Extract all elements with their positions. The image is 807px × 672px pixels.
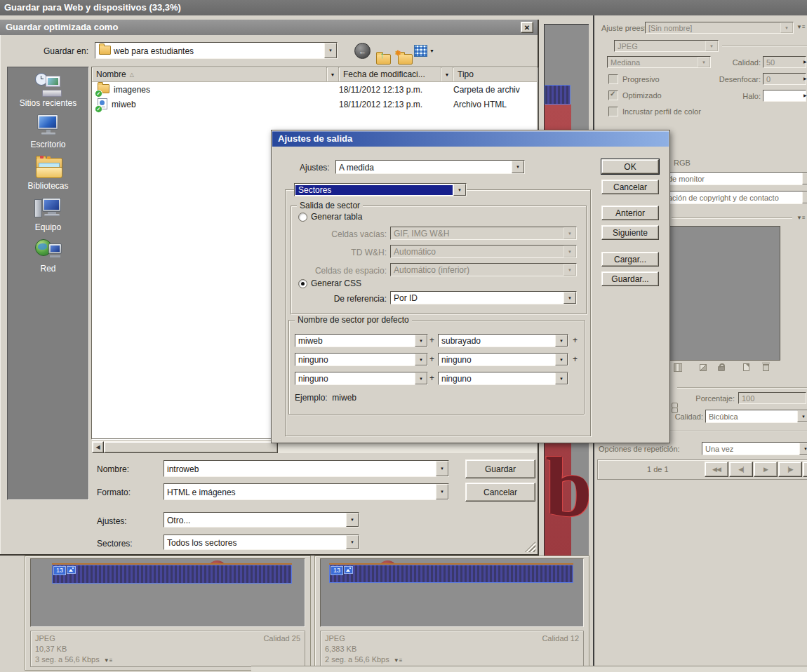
dialog-title-bar[interactable]: Guardar optimizada como xyxy=(0,20,538,35)
preview-image[interactable]: 13 xyxy=(30,558,305,627)
column-header-tipo[interactable]: Tipo xyxy=(453,67,537,81)
settings-combo[interactable]: Otro...▼ xyxy=(164,512,359,527)
separator xyxy=(672,217,792,218)
slice-number: 13 xyxy=(53,566,66,575)
name-part-combo[interactable]: subrayado▼ xyxy=(438,334,568,347)
sidebar-item-equipo[interactable]: Equipo xyxy=(8,197,88,232)
matte-field[interactable] xyxy=(763,90,806,102)
td-wh-combo[interactable]: Automático▼ xyxy=(390,245,577,258)
back-icon[interactable]: ← xyxy=(354,43,371,59)
name-part-combo[interactable]: ninguno▼ xyxy=(295,372,428,385)
referenced-combo[interactable]: Por ID▼ xyxy=(390,291,577,304)
resize-grip[interactable] xyxy=(525,542,535,552)
ok-button[interactable]: OK xyxy=(601,159,659,174)
color-table-menu-icon[interactable]: ▼≡ xyxy=(796,215,806,221)
file-row[interactable]: ✓ imagenes 18/11/2012 12:13 p.m. Carpeta… xyxy=(92,82,537,97)
column-filter-icon[interactable]: ▼ xyxy=(441,67,453,81)
speed-menu-icon[interactable]: ▼≡ xyxy=(394,657,403,664)
sidebar-item-red[interactable]: Red xyxy=(8,238,88,274)
name-part-value: ninguno xyxy=(439,354,555,365)
compression-combo[interactable]: Mediana▼ xyxy=(607,56,711,68)
cancel-button[interactable]: Cancelar xyxy=(465,483,535,502)
example-value: miweb xyxy=(332,393,356,403)
plus-sign: + xyxy=(573,335,578,345)
scroll-left-icon[interactable]: ◀ xyxy=(92,441,104,453)
generate-table-radio[interactable] xyxy=(298,213,307,222)
next-button[interactable]: Siguiente xyxy=(601,225,659,240)
preset-value: [Sin nombre] xyxy=(646,23,780,32)
previous-button[interactable]: Anterior xyxy=(601,206,659,220)
image-slice[interactable]: 13 xyxy=(52,565,292,584)
name-part-combo[interactable]: ninguno▼ xyxy=(295,353,428,366)
slider-arrow-icon[interactable]: ▶ xyxy=(803,59,807,64)
speed-menu-icon[interactable]: ▼≡ xyxy=(104,657,113,664)
preset-combo[interactable]: [Sin nombre]▼ xyxy=(645,22,794,34)
embed-profile-checkbox[interactable] xyxy=(608,107,618,116)
column-filter-icon[interactable]: ▼ xyxy=(327,67,339,81)
transparency-icon[interactable] xyxy=(674,363,682,372)
image-slice[interactable]: 13 xyxy=(329,565,573,583)
column-header-nombre[interactable]: Nombre△ xyxy=(92,67,327,81)
dropdown-arrow-icon: ▼ xyxy=(797,410,807,422)
frame-indicator: 1 de 1 xyxy=(647,465,669,473)
sidebar-item-label: Escritorio xyxy=(8,140,88,149)
preview-pane[interactable]: 13 JPEG 6,383 KB 2 seg. a 56,6 Kbps ▼≡ C… xyxy=(314,556,589,671)
image-letter: b xyxy=(545,438,589,537)
preview-image[interactable]: 13 xyxy=(320,558,584,627)
delete-color-icon[interactable] xyxy=(763,364,769,371)
loop-combo[interactable]: Una vez▼ xyxy=(702,442,807,455)
save-in-combo[interactable]: web para estudiantes ▼ xyxy=(95,42,338,59)
blur-field[interactable]: 0 xyxy=(763,73,806,85)
save-button[interactable]: Guardar... xyxy=(601,271,659,286)
lock-color-icon[interactable] xyxy=(718,366,725,371)
quality-field[interactable]: 50 xyxy=(763,56,806,68)
sidebar-item-bibliotecas[interactable]: Bibliotecas xyxy=(8,156,88,191)
slices-combo[interactable]: Todos los sectores▼ xyxy=(164,535,359,550)
preview-pane[interactable]: 13 JPEG 10,37 KB 3 seg. a 56,6 Kbps ▼≡ C… xyxy=(25,556,311,671)
sidebar-item-escritorio[interactable]: Escritorio xyxy=(8,114,88,149)
preview-stats: JPEG 6,383 KB 2 seg. a 56,6 Kbps ▼≡ Cali… xyxy=(320,631,584,667)
sidebar-item-sitios-recientes[interactable]: Sitios recientes xyxy=(8,73,88,108)
percent-field[interactable]: 100 xyxy=(738,392,806,404)
name-combo[interactable]: introweb▼ xyxy=(164,460,449,477)
name-part-combo[interactable]: miweb▼ xyxy=(295,334,428,347)
name-part-combo[interactable]: ninguno▼ xyxy=(438,372,568,385)
load-button[interactable]: Cargar... xyxy=(601,252,659,267)
dialog-title-bar[interactable]: Ajustes de salida xyxy=(272,131,669,147)
sidebar-item-label: Equipo xyxy=(8,222,88,232)
loop-label: Opciones de repetición: xyxy=(599,445,680,453)
cancel-button[interactable]: Cancelar xyxy=(601,180,659,194)
save-button[interactable]: Guardar xyxy=(465,459,535,478)
optimized-checkbox[interactable]: ✓ xyxy=(608,90,618,100)
progressive-checkbox[interactable] xyxy=(608,74,618,84)
close-button[interactable]: ✕ xyxy=(521,22,533,33)
slider-arrow-icon[interactable]: ▶ xyxy=(803,76,807,81)
last-frame-button[interactable]: ▶| xyxy=(803,462,807,477)
column-header-fecha[interactable]: Fecha de modificaci... xyxy=(339,67,441,81)
web-shift-icon[interactable] xyxy=(700,364,707,371)
format-combo[interactable]: HTML e imágenes▼ xyxy=(164,483,449,500)
new-color-icon[interactable] xyxy=(743,363,749,371)
format-combo[interactable]: JPEG▼ xyxy=(614,40,719,52)
format-value: HTML e imágenes xyxy=(164,487,436,497)
scrollbar-thumb[interactable] xyxy=(104,441,278,453)
resample-combo[interactable]: Bicúbica▼ xyxy=(705,410,807,423)
previous-frame-button[interactable]: ◀| xyxy=(729,462,753,477)
panel-menu-icon[interactable]: ▼≡ xyxy=(796,24,806,30)
monitor-color-combo[interactable]: de monitor▼ xyxy=(665,172,807,185)
views-icon[interactable]: ▼ xyxy=(414,45,434,57)
name-part-combo[interactable]: ninguno▼ xyxy=(438,353,568,366)
file-row[interactable]: ✓ miweb 18/11/2012 12:13 p.m. Archivo HT… xyxy=(92,97,537,112)
metadata-combo[interactable]: ación de copyright y de contacto▼ xyxy=(665,191,807,204)
first-frame-button[interactable]: ◀◀ xyxy=(705,462,728,477)
section-selector-combo[interactable]: Sectores▼ xyxy=(294,183,467,196)
slice-badge: 13 xyxy=(53,566,76,575)
generate-css-radio[interactable] xyxy=(298,279,307,288)
slider-arrow-icon[interactable]: ▶ xyxy=(803,93,807,98)
play-button[interactable]: ▶ xyxy=(754,462,778,477)
next-frame-button[interactable]: |▶ xyxy=(778,462,802,477)
empty-cells-combo[interactable]: GIF, IMG W&H▼ xyxy=(390,227,577,240)
file-name: miweb xyxy=(112,100,136,109)
od-settings-combo[interactable]: A medida▼ xyxy=(335,160,525,174)
spacer-cells-combo[interactable]: Automático (inferior)▼ xyxy=(390,263,577,276)
